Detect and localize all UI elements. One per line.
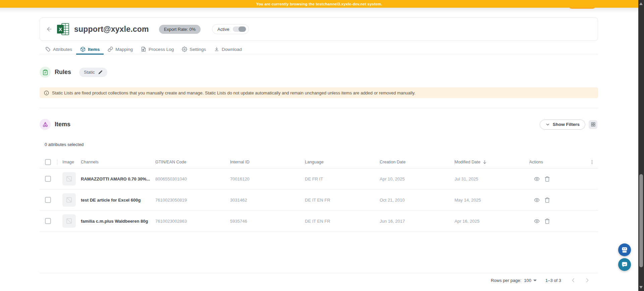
column-header-language[interactable]: Language <box>305 156 380 168</box>
row-checkbox[interactable] <box>45 218 51 224</box>
pagination-nav <box>570 277 591 284</box>
tabs-divider <box>40 54 598 54</box>
active-toggle[interactable] <box>233 26 246 32</box>
tab-label: Mapping <box>115 47 133 52</box>
tag-icon <box>45 47 51 52</box>
tab-process-log[interactable]: Process Log <box>137 44 178 54</box>
tab-label: Download <box>222 47 242 52</box>
previous-page-icon[interactable] <box>570 277 577 284</box>
rules-mode-chip[interactable]: Static <box>79 68 107 77</box>
tab-download[interactable]: Download <box>210 44 246 54</box>
download-icon <box>214 47 219 52</box>
column-header-internal-id[interactable]: Internal ID <box>230 156 305 168</box>
next-page-icon[interactable] <box>584 277 591 284</box>
item-modified-date: Apr 16, 2025 <box>454 211 529 231</box>
table-row[interactable]: test DE article for Excel 600g 761002305… <box>40 190 598 211</box>
items-title: Items <box>55 121 70 128</box>
shapes-icon <box>42 122 48 128</box>
row-actions <box>529 176 550 182</box>
item-modified-date: Jul 31, 2025 <box>454 168 529 189</box>
table-header-row: Image Channels GTIN/EAN Code Internal ID… <box>40 156 598 168</box>
gear-icon <box>182 47 187 52</box>
svg-text:X: X <box>59 26 62 32</box>
item-creation-date: Apr 10, 2025 <box>380 168 454 189</box>
modified-date-label: Modified Date <box>454 160 480 164</box>
caret-down-icon <box>533 280 537 281</box>
chat-support-button[interactable] <box>618 258 631 271</box>
rows-per-page-label: Rows per page: <box>491 278 521 283</box>
column-menu-icon[interactable] <box>589 159 595 165</box>
file-clock-icon <box>141 47 146 52</box>
row-checkbox[interactable] <box>45 197 51 203</box>
rows-per-page: Rows per page: 100 <box>491 278 537 283</box>
item-name[interactable]: familia c.m.plus Waldbeeren 80g <box>81 211 155 231</box>
chat-bubble-icon <box>621 261 629 269</box>
link-icon <box>108 47 113 52</box>
table-row[interactable]: familia c.m.plus Waldbeeren 80g 76100230… <box>40 211 598 232</box>
active-toggle-group: Active <box>212 24 249 34</box>
tab-mapping[interactable]: Mapping <box>104 44 137 54</box>
grid-view-button[interactable] <box>589 120 597 129</box>
scrollbar-thumb[interactable] <box>639 174 643 267</box>
system-banner-text: You are currently browsing the testchann… <box>256 2 382 6</box>
view-icon[interactable] <box>534 197 540 203</box>
item-name[interactable]: test DE article for Excel 600g <box>81 190 155 210</box>
pagination-divider <box>40 273 598 273</box>
scroll-down-icon[interactable] <box>639 286 643 289</box>
pagination-range: 1–3 of 3 <box>545 278 561 283</box>
info-icon <box>44 90 49 95</box>
delete-icon[interactable] <box>544 197 550 203</box>
show-filters-label: Show Filters <box>553 122 580 127</box>
column-header-actions: Actions <box>529 156 598 168</box>
item-gtin: 7610023050819 <box>155 190 230 210</box>
delete-icon[interactable] <box>544 176 550 182</box>
column-header-modified-date[interactable]: Modified Date <box>454 156 529 168</box>
item-modified-date: May 14, 2025 <box>454 190 529 210</box>
scroll-up-icon[interactable] <box>639 2 643 5</box>
image-off-icon <box>66 175 72 182</box>
page: You are currently browsing the testchann… <box>0 0 644 291</box>
image-off-icon <box>66 197 72 203</box>
page-scrollbar[interactable] <box>638 0 644 291</box>
back-button[interactable] <box>46 25 53 33</box>
banner-shadow <box>0 8 638 13</box>
tab-items[interactable]: Items <box>76 44 104 54</box>
tab-label: Process Log <box>149 47 174 52</box>
assistant-bot-button[interactable] <box>618 243 631 256</box>
view-icon[interactable] <box>534 218 540 224</box>
column-header-image[interactable]: Image <box>57 156 81 168</box>
column-header-channels[interactable]: Channels <box>81 156 155 168</box>
select-all-checkbox[interactable] <box>45 159 51 165</box>
active-toggle-label: Active <box>217 27 229 32</box>
grid-icon <box>591 122 596 127</box>
rules-section-header: Rules Static <box>40 67 107 78</box>
show-filters-button[interactable]: Show Filters <box>540 120 585 130</box>
tab-label: Settings <box>190 47 206 52</box>
item-name[interactable]: RAMAZZOTTI AMARO 0.70 30%... <box>81 168 155 189</box>
items-section-header: Items Show Filters <box>40 119 598 130</box>
image-off-icon <box>66 218 72 224</box>
column-header-creation-date[interactable]: Creation Date <box>380 156 454 168</box>
table-row[interactable]: RAMAZZOTTI AMARO 0.70 30%... 80065503010… <box>40 168 598 190</box>
item-languages: DE IT EN FR <box>305 190 380 210</box>
content-column: X support@xyxle.com Export Rate: 0% Acti… <box>40 0 598 291</box>
rows-per-page-select[interactable]: 100 <box>524 278 537 283</box>
tab-label: Attributes <box>53 47 72 52</box>
items-table: Image Channels GTIN/EAN Code Internal ID… <box>40 156 598 232</box>
delete-icon[interactable] <box>544 218 550 224</box>
tab-label: Items <box>88 47 100 52</box>
item-internal-id: 70016120 <box>230 168 305 189</box>
tab-settings[interactable]: Settings <box>178 44 210 54</box>
items-controls: Show Filters <box>540 120 598 130</box>
sort-desc-icon[interactable] <box>482 160 487 164</box>
view-icon[interactable] <box>534 176 540 182</box>
tab-attributes[interactable]: Attributes <box>41 44 76 54</box>
actions-label: Actions <box>529 160 543 164</box>
item-thumbnail <box>62 172 76 186</box>
item-internal-id: 5935746 <box>230 211 305 231</box>
item-languages: DE FR IT <box>305 168 380 189</box>
column-header-gtin[interactable]: GTIN/EAN Code <box>155 156 230 168</box>
rules-mode-label: Static <box>84 70 95 75</box>
row-checkbox[interactable] <box>45 176 51 182</box>
info-banner-text: Static Lists are fixed product collectio… <box>52 90 416 95</box>
